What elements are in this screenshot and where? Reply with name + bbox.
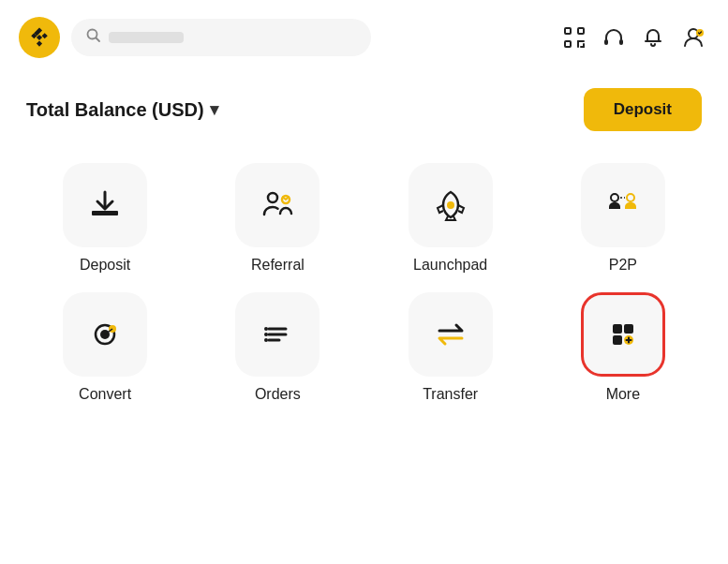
header-icons	[563, 25, 706, 50]
grid-item-referral[interactable]: Referral	[202, 163, 352, 274]
grid-item-orders[interactable]: Orders	[202, 292, 352, 403]
balance-section: Total Balance (USD) ▾ Deposit	[0, 69, 728, 154]
svg-point-27	[264, 333, 268, 336]
more-icon-box	[581, 292, 665, 377]
svg-point-14	[268, 193, 277, 202]
scan-icon[interactable]	[563, 26, 586, 49]
svg-point-18	[627, 194, 634, 201]
balance-label-text: Total Balance (USD)	[26, 99, 204, 121]
grid-item-launchpad[interactable]: Launchpad	[376, 163, 526, 274]
svg-rect-13	[92, 211, 118, 215]
transfer-icon-box	[409, 292, 493, 377]
orders-label: Orders	[255, 386, 301, 403]
grid-row-2: Convert Orders	[19, 292, 709, 403]
svg-rect-4	[565, 41, 571, 47]
chevron-down-icon: ▾	[210, 99, 218, 120]
svg-line-1	[97, 38, 100, 42]
grid-item-deposit[interactable]: Deposit	[30, 163, 180, 274]
more-label: More	[606, 386, 640, 403]
grid-section: Deposit Referral	[0, 154, 728, 440]
svg-rect-29	[613, 324, 622, 334]
svg-rect-10	[619, 39, 623, 45]
orders-icon-box	[235, 292, 319, 377]
deposit-button[interactable]: Deposit	[584, 88, 702, 131]
grid-item-convert[interactable]: Convert	[30, 292, 180, 403]
svg-rect-31	[613, 335, 622, 345]
deposit-label: Deposit	[80, 257, 130, 274]
svg-point-16	[447, 201, 454, 209]
convert-icon-box	[63, 292, 147, 377]
grid-row-1: Deposit Referral	[19, 163, 709, 274]
grid-item-more[interactable]: More	[548, 292, 698, 403]
logo[interactable]	[19, 17, 60, 58]
svg-point-28	[264, 338, 268, 342]
transfer-label: Transfer	[423, 386, 478, 403]
referral-icon-box	[235, 163, 319, 247]
search-icon	[86, 28, 101, 47]
svg-rect-9	[604, 39, 608, 45]
svg-point-17	[611, 194, 618, 201]
app-container: Total Balance (USD) ▾ Deposit Deposit	[0, 0, 728, 564]
convert-label: Convert	[79, 386, 131, 403]
balance-label[interactable]: Total Balance (USD) ▾	[26, 99, 218, 121]
grid-item-p2p[interactable]: P2P	[548, 163, 698, 274]
search-bar[interactable]	[71, 19, 371, 56]
grid-item-transfer[interactable]: Transfer	[376, 292, 526, 403]
launchpad-label: Launchpad	[413, 257, 487, 274]
svg-rect-3	[578, 28, 584, 34]
svg-rect-2	[565, 28, 571, 34]
headset-icon[interactable]	[602, 26, 625, 49]
search-placeholder	[109, 32, 184, 43]
profile-icon[interactable]	[681, 25, 706, 50]
deposit-icon-box	[63, 163, 147, 247]
p2p-label: P2P	[609, 257, 637, 274]
launchpad-icon-box	[409, 163, 493, 247]
header	[0, 0, 728, 69]
svg-point-26	[264, 327, 268, 331]
p2p-icon-box	[581, 163, 665, 247]
referral-label: Referral	[251, 257, 305, 274]
svg-rect-30	[624, 324, 633, 334]
bell-icon[interactable]	[642, 26, 664, 49]
